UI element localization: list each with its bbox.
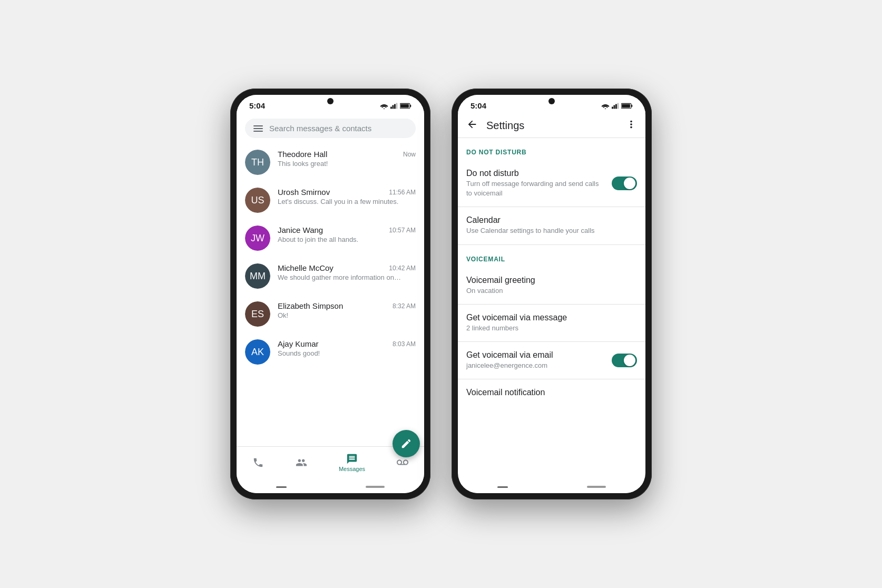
settings-item-voicemailGreeting[interactable]: Voicemail greetingOn vacation xyxy=(458,267,645,304)
contact-info: Elizabeth Simpson 8:32 AM Ok! xyxy=(278,301,416,319)
wifi-icon-2 xyxy=(601,103,610,109)
phone-messages: 5:04 xyxy=(230,89,430,499)
status-time-1: 5:04 xyxy=(249,101,265,110)
search-placeholder[interactable]: Search messages & contacts xyxy=(269,124,407,133)
back-arrow-icon xyxy=(466,119,478,130)
settings-section-header: VOICEMAIL xyxy=(458,245,645,267)
signal-icon-2 xyxy=(612,103,619,109)
back-button-1[interactable] xyxy=(276,486,287,488)
settings-item-voicemailViaMessage[interactable]: Get voicemail via message2 linked number… xyxy=(458,305,645,341)
more-options-button[interactable] xyxy=(625,119,637,132)
search-bar-container: Search messages & contacts xyxy=(237,113,424,143)
contact-message: About to join the all hands. xyxy=(278,236,416,243)
contact-name: Michelle McCoy xyxy=(278,263,334,272)
menu-icon[interactable] xyxy=(253,125,263,132)
contact-message: Ok! xyxy=(278,311,416,319)
contact-time: Now xyxy=(403,151,416,158)
home-button-2[interactable] xyxy=(587,486,606,488)
phone-settings: 5:04 xyxy=(452,89,652,499)
settings-item-text: CalendarUse Calendar settings to handle … xyxy=(466,215,637,236)
back-button-settings[interactable] xyxy=(466,119,478,132)
avatar-initials: ES xyxy=(245,301,270,327)
nav-phone[interactable] xyxy=(244,455,272,471)
contacts-list: TH Theodore Hall Now This looks great! U… xyxy=(237,143,424,446)
avatar-initials: US xyxy=(245,188,270,213)
settings-item-voicemailViaEmail[interactable]: Get voicemail via emailjanicelee@energen… xyxy=(458,342,645,379)
settings-screen: 5:04 xyxy=(458,95,645,493)
contacts-nav-icon xyxy=(296,457,307,468)
settings-item-title: Get voicemail via message xyxy=(466,313,637,322)
battery-icon-2 xyxy=(621,103,633,109)
settings-item-dnd[interactable]: Do not disturbTurn off message forwardin… xyxy=(458,160,645,207)
settings-item-title: Voicemail greeting xyxy=(466,276,637,285)
settings-item-title: Calendar xyxy=(466,215,637,225)
settings-item-voicemailNotification[interactable]: Voicemail notification xyxy=(458,379,645,406)
settings-item-text: Voicemail greetingOn vacation xyxy=(466,276,637,296)
svg-rect-4 xyxy=(396,103,398,109)
settings-item-subtitle: 2 linked numbers xyxy=(466,324,637,333)
settings-item-text: Voicemail notification xyxy=(466,388,637,397)
contact-message: Let's discuss. Call you in a few minutes… xyxy=(278,198,416,205)
nav-contacts[interactable] xyxy=(287,455,316,471)
more-vert-icon xyxy=(625,119,637,130)
android-nav-bar-2 xyxy=(458,482,645,493)
home-button-1[interactable] xyxy=(366,486,385,488)
avatar-initials: TH xyxy=(245,150,270,175)
contact-name: Urosh Smirnov xyxy=(278,188,330,197)
contact-item[interactable]: AK Ajay Kumar 8:03 AM Sounds good! xyxy=(237,333,424,371)
settings-item-text: Do not disturbTurn off message forwardin… xyxy=(466,169,603,198)
status-time-2: 5:04 xyxy=(471,101,486,110)
messages-nav-icon xyxy=(346,453,358,465)
settings-item-text: Get voicemail via message2 linked number… xyxy=(466,313,637,333)
contact-time: 10:42 AM xyxy=(389,264,416,272)
signal-icon xyxy=(390,103,398,109)
settings-item-subtitle: Turn off message forwarding and send cal… xyxy=(466,179,603,198)
contact-avatar: AK xyxy=(245,339,270,365)
contact-message: Sounds good! xyxy=(278,349,416,357)
nav-voicemail[interactable] xyxy=(388,455,417,471)
contact-item[interactable]: US Urosh Smirnov 11:56 AM Let's discuss.… xyxy=(237,181,424,219)
contact-item[interactable]: JW Janice Wang 10:57 AM About to join th… xyxy=(237,219,424,257)
contact-item[interactable]: TH Theodore Hall Now This looks great! xyxy=(237,143,424,181)
settings-item-calendar[interactable]: CalendarUse Calendar settings to handle … xyxy=(458,207,645,244)
settings-item-title: Get voicemail via email xyxy=(466,350,603,360)
svg-rect-15 xyxy=(622,104,630,107)
contact-time: 8:03 AM xyxy=(393,340,416,348)
android-nav-bar-1 xyxy=(237,482,424,493)
contact-header: Michelle McCoy 10:42 AM xyxy=(278,263,416,272)
wifi-icon xyxy=(380,103,388,109)
svg-rect-14 xyxy=(631,104,632,107)
back-button-2[interactable] xyxy=(497,486,508,488)
contact-header: Urosh Smirnov 11:56 AM xyxy=(278,188,416,197)
contact-info: Janice Wang 10:57 AM About to join the a… xyxy=(278,226,416,243)
svg-rect-11 xyxy=(615,104,617,109)
toggle-voicemailViaEmail[interactable] xyxy=(612,354,637,367)
contact-avatar: TH xyxy=(245,150,270,175)
contact-name: Theodore Hall xyxy=(278,150,327,159)
contact-time: 8:32 AM xyxy=(393,302,416,310)
voicemail-nav-icon xyxy=(397,457,408,468)
settings-item-title: Do not disturb xyxy=(466,169,603,178)
settings-item-subtitle: janicelee@energence.com xyxy=(466,361,603,370)
messages-content: Search messages & contacts TH Theodore H… xyxy=(237,113,424,446)
contact-item[interactable]: MM Michelle McCoy 10:42 AM We should gat… xyxy=(237,257,424,295)
contact-header: Theodore Hall Now xyxy=(278,150,416,159)
toggle-thumb xyxy=(624,355,635,366)
settings-item-subtitle: On vacation xyxy=(466,286,637,296)
toggle-dnd[interactable] xyxy=(612,177,637,190)
nav-messages[interactable]: Messages xyxy=(330,451,374,474)
svg-rect-1 xyxy=(390,106,392,109)
svg-rect-6 xyxy=(410,104,411,107)
settings-item-title: Voicemail notification xyxy=(466,388,637,397)
svg-rect-9 xyxy=(612,106,613,109)
status-icons-1 xyxy=(380,103,411,109)
contact-header: Ajay Kumar 8:03 AM xyxy=(278,339,416,348)
contact-time: 10:57 AM xyxy=(389,227,416,234)
compose-icon xyxy=(400,438,412,446)
contact-item[interactable]: ES Elizabeth Simpson 8:32 AM Ok! xyxy=(237,295,424,333)
contact-header: Janice Wang 10:57 AM xyxy=(278,226,416,234)
svg-rect-12 xyxy=(618,103,619,109)
svg-rect-7 xyxy=(400,104,409,107)
settings-item-subtitle: Use Calendar settings to handle your cal… xyxy=(466,226,637,236)
search-bar[interactable]: Search messages & contacts xyxy=(245,119,416,138)
